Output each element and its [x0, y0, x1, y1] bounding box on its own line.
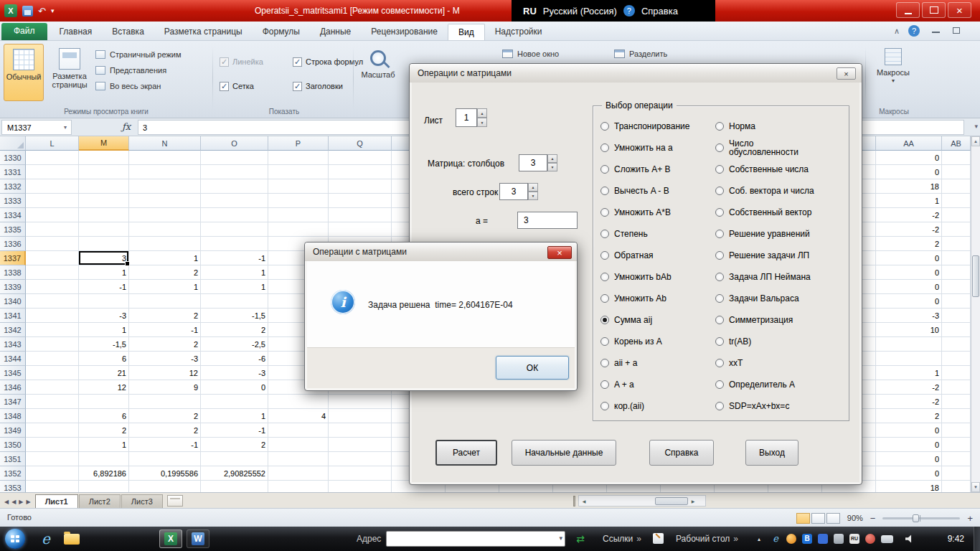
- cell-P-1350[interactable]: [268, 438, 329, 452]
- scroll-up-icon[interactable]: [971, 136, 980, 146]
- column-header-AB[interactable]: AB: [942, 136, 971, 151]
- options-right-option-10[interactable]: tr(AB): [715, 331, 850, 352]
- cell-Q-1332[interactable]: [329, 179, 392, 194]
- row-header-1335[interactable]: 1335: [0, 222, 26, 237]
- cell-O-1333[interactable]: [201, 194, 268, 208]
- workbook-restore-icon[interactable]: [953, 27, 960, 34]
- links-chevron-icon[interactable]: [636, 534, 641, 544]
- cols-spinner[interactable]: 3: [519, 154, 547, 171]
- a-input[interactable]: 3: [517, 212, 578, 229]
- cell-L-1343[interactable]: [26, 337, 79, 352]
- page-layout-view-button[interactable]: Разметка страницы: [47, 44, 93, 101]
- cell-N-1353[interactable]: [129, 481, 201, 492]
- cell-M-1347[interactable]: [79, 395, 129, 409]
- row-header-1342[interactable]: 1342: [0, 323, 26, 337]
- scroll-left-icon[interactable]: [579, 499, 589, 504]
- taskbar-excel-button[interactable]: [159, 529, 182, 548]
- cell-AA-1348[interactable]: 2: [876, 409, 942, 423]
- cell-O-1339[interactable]: 1: [201, 280, 268, 294]
- scroll-right-icon[interactable]: [688, 499, 698, 504]
- ribbon-tab-home[interactable]: Главная: [50, 24, 103, 40]
- normal-view-shortcut-icon[interactable]: [796, 513, 810, 524]
- options-right-option-9[interactable]: Симметризация: [715, 309, 850, 331]
- cell-O-1350[interactable]: 2: [201, 438, 268, 452]
- cell-N-1343[interactable]: 2: [129, 337, 201, 352]
- page-layout-shortcut-icon[interactable]: [811, 513, 825, 524]
- cell-M-1343[interactable]: -1,5: [79, 337, 129, 352]
- cell-M-1346[interactable]: 12: [79, 380, 129, 395]
- cell-L-1340[interactable]: [26, 294, 79, 309]
- ribbon-tab-review[interactable]: Рецензирование: [361, 24, 448, 40]
- cell-M-1336[interactable]: [79, 237, 129, 251]
- cell-O-1346[interactable]: 0: [201, 380, 268, 395]
- cell-M-1341[interactable]: -3: [79, 309, 129, 323]
- cell-Q-1352[interactable]: [329, 466, 392, 481]
- formula-bar-expand-icon[interactable]: [974, 123, 978, 130]
- row-header-1350[interactable]: 1350: [0, 438, 26, 452]
- cols-spinner-arrows[interactable]: [547, 154, 557, 171]
- row-header-1330[interactable]: 1330: [0, 151, 26, 165]
- new-window-button[interactable]: Новое окно: [502, 50, 559, 58]
- cell-AA-1334[interactable]: -2: [876, 208, 942, 222]
- cell-AA-1333[interactable]: 1: [876, 194, 942, 208]
- cell-L-1331[interactable]: [26, 165, 79, 179]
- row-header-1340[interactable]: 1340: [0, 294, 26, 309]
- first-sheet-icon[interactable]: [4, 499, 9, 505]
- cell-P-1353[interactable]: [268, 481, 329, 492]
- options-left-option-0[interactable]: Транспонирование: [600, 116, 721, 137]
- msgbox-close-icon[interactable]: [547, 246, 572, 259]
- zoom-in-icon[interactable]: [967, 513, 973, 524]
- cell-L-1333[interactable]: [26, 194, 79, 208]
- cell-P-1347[interactable]: [268, 395, 329, 409]
- row-header-1351[interactable]: 1351: [0, 452, 26, 466]
- language-name[interactable]: Русский (Россия): [543, 6, 617, 17]
- options-right-option-7[interactable]: Задача ЛП Неймана: [715, 266, 850, 288]
- cell-AB-1345[interactable]: [942, 366, 971, 380]
- cell-AB-1346[interactable]: [942, 380, 971, 395]
- row-header-1341[interactable]: 1341: [0, 309, 26, 323]
- cell-AA-1345[interactable]: 1: [876, 366, 942, 380]
- cell-Q-1349[interactable]: [329, 423, 392, 438]
- cell-L-1336[interactable]: [26, 237, 79, 251]
- minimize-button[interactable]: [896, 2, 920, 18]
- cell-N-1341[interactable]: 2: [129, 309, 201, 323]
- cell-Q-1335[interactable]: [329, 222, 392, 237]
- cell-L-1350[interactable]: [26, 438, 79, 452]
- excel-app-icon[interactable]: [4, 4, 17, 17]
- cell-M-1344[interactable]: 6: [79, 352, 129, 366]
- ribbon-tab-insert[interactable]: Вставка: [102, 24, 154, 40]
- last-sheet-icon[interactable]: [26, 499, 30, 505]
- normal-view-button[interactable]: Обычный: [4, 44, 44, 101]
- cell-O-1331[interactable]: [201, 165, 268, 179]
- cell-N-1346[interactable]: 9: [129, 380, 201, 395]
- links-toolbar[interactable]: Ссылки: [603, 534, 641, 544]
- cell-M-1330[interactable]: [79, 151, 129, 165]
- save-icon[interactable]: [22, 6, 33, 17]
- network-icon[interactable]: [834, 534, 844, 544]
- cell-O-1347[interactable]: [201, 395, 268, 409]
- horizontal-scrollbar[interactable]: [578, 495, 706, 507]
- cell-N-1345[interactable]: 12: [129, 366, 201, 380]
- cell-O-1330[interactable]: [201, 151, 268, 165]
- cell-O-1343[interactable]: -2,5: [201, 337, 268, 352]
- cell-N-1344[interactable]: -3: [129, 352, 201, 366]
- cell-AA-1337[interactable]: 0: [876, 251, 942, 265]
- options-left-option-11[interactable]: aii + a: [600, 352, 721, 374]
- cell-AB-1335[interactable]: [942, 222, 971, 237]
- cell-AA-1331[interactable]: 0: [876, 165, 942, 179]
- cell-AA-1343[interactable]: [876, 337, 942, 352]
- cell-AB-1340[interactable]: [942, 294, 971, 309]
- options-left-option-4[interactable]: Умножить A*B: [600, 202, 721, 223]
- sheet-tab-sheet3[interactable]: Лист3: [121, 494, 163, 508]
- cell-AA-1332[interactable]: 18: [876, 179, 942, 194]
- insert-worksheet-icon[interactable]: [167, 495, 183, 507]
- custom-views-button[interactable]: Представления: [95, 62, 203, 78]
- help-icon[interactable]: [908, 25, 920, 37]
- cell-N-1331[interactable]: [129, 165, 201, 179]
- cell-M-1334[interactable]: [79, 208, 129, 222]
- select-all-corner[interactable]: [0, 136, 26, 151]
- cell-M-1342[interactable]: 1: [79, 323, 129, 337]
- cell-P-1333[interactable]: [268, 194, 329, 208]
- cell-N-1349[interactable]: 2: [129, 423, 201, 438]
- address-dropdown-icon[interactable]: [559, 534, 562, 542]
